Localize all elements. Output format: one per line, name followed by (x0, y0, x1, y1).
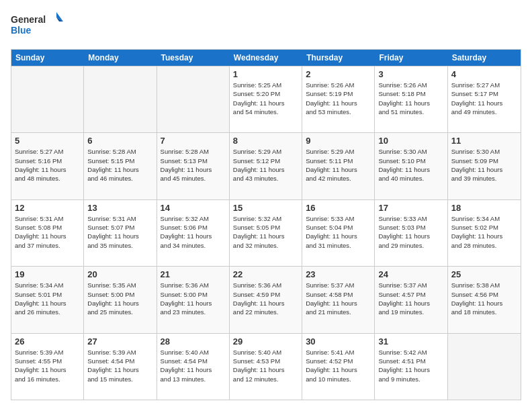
day-info: Sunrise: 5:30 AM Sunset: 5:09 PM Dayligh… (451, 147, 517, 183)
day-info: Sunrise: 5:34 AM Sunset: 5:01 PM Dayligh… (15, 281, 80, 316)
day-number: 25 (451, 269, 517, 279)
day-info: Sunrise: 5:25 AM Sunset: 5:20 PM Dayligh… (233, 81, 298, 116)
empty-cell (157, 66, 230, 132)
day-number: 5 (15, 136, 80, 146)
calendar: SundayMondayTuesdayWednesdayThursdayFrid… (11, 49, 521, 400)
day-info: Sunrise: 5:34 AM Sunset: 5:02 PM Dayligh… (451, 214, 517, 250)
weekday-header-thursday: Thursday (302, 50, 375, 66)
day-cell-24: 24Sunrise: 5:37 AM Sunset: 4:57 PM Dayli… (375, 267, 447, 332)
header: General Blue (11, 11, 521, 41)
day-number: 24 (378, 269, 443, 279)
day-info: Sunrise: 5:37 AM Sunset: 4:58 PM Dayligh… (306, 281, 371, 316)
calendar-row-4: 19Sunrise: 5:34 AM Sunset: 5:01 PM Dayli… (11, 266, 521, 332)
empty-cell (11, 66, 84, 132)
day-number: 8 (233, 136, 298, 146)
day-cell-17: 17Sunrise: 5:33 AM Sunset: 5:03 PM Dayli… (375, 200, 447, 266)
day-info: Sunrise: 5:27 AM Sunset: 5:17 PM Dayligh… (451, 81, 517, 116)
day-cell-25: 25Sunrise: 5:38 AM Sunset: 4:56 PM Dayli… (448, 267, 521, 332)
day-cell-19: 19Sunrise: 5:34 AM Sunset: 5:01 PM Dayli… (11, 267, 84, 332)
day-cell-28: 28Sunrise: 5:40 AM Sunset: 4:54 PM Dayli… (157, 334, 230, 400)
day-number: 30 (306, 336, 371, 347)
day-info: Sunrise: 5:33 AM Sunset: 5:03 PM Dayligh… (378, 214, 443, 250)
day-info: Sunrise: 5:42 AM Sunset: 4:51 PM Dayligh… (378, 348, 443, 383)
svg-text:Blue: Blue (11, 25, 32, 36)
day-number: 9 (306, 136, 371, 146)
day-number: 7 (161, 136, 226, 146)
day-cell-4: 4Sunrise: 5:27 AM Sunset: 5:17 PM Daylig… (448, 66, 521, 132)
day-number: 27 (87, 336, 152, 347)
day-info: Sunrise: 5:39 AM Sunset: 4:54 PM Dayligh… (87, 348, 152, 383)
day-info: Sunrise: 5:28 AM Sunset: 5:15 PM Dayligh… (87, 147, 152, 183)
svg-text:General: General (11, 14, 46, 25)
day-number: 23 (306, 269, 371, 279)
day-cell-12: 12Sunrise: 5:31 AM Sunset: 5:08 PM Dayli… (11, 200, 84, 266)
day-number: 2 (306, 69, 371, 79)
calendar-header: SundayMondayTuesdayWednesdayThursdayFrid… (11, 50, 521, 66)
weekday-header-wednesday: Wednesday (230, 50, 302, 66)
day-number: 15 (233, 203, 298, 213)
day-cell-22: 22Sunrise: 5:36 AM Sunset: 4:59 PM Dayli… (230, 267, 302, 332)
logo: General Blue (11, 11, 64, 41)
day-info: Sunrise: 5:32 AM Sunset: 5:05 PM Dayligh… (233, 214, 298, 250)
day-info: Sunrise: 5:27 AM Sunset: 5:16 PM Dayligh… (15, 147, 80, 183)
empty-cell (84, 66, 157, 132)
logo-svg: General Blue (11, 11, 64, 41)
weekday-header-sunday: Sunday (11, 50, 84, 66)
day-cell-30: 30Sunrise: 5:41 AM Sunset: 4:52 PM Dayli… (302, 334, 375, 400)
day-number: 12 (15, 203, 80, 213)
day-cell-18: 18Sunrise: 5:34 AM Sunset: 5:02 PM Dayli… (448, 200, 521, 266)
day-info: Sunrise: 5:30 AM Sunset: 5:10 PM Dayligh… (378, 147, 443, 183)
day-info: Sunrise: 5:36 AM Sunset: 5:00 PM Dayligh… (161, 281, 226, 316)
day-cell-27: 27Sunrise: 5:39 AM Sunset: 4:54 PM Dayli… (84, 334, 157, 400)
day-cell-3: 3Sunrise: 5:26 AM Sunset: 5:18 PM Daylig… (375, 66, 447, 132)
day-cell-29: 29Sunrise: 5:40 AM Sunset: 4:53 PM Dayli… (230, 334, 302, 400)
day-number: 4 (451, 69, 517, 79)
day-cell-2: 2Sunrise: 5:26 AM Sunset: 5:19 PM Daylig… (302, 66, 375, 132)
day-info: Sunrise: 5:38 AM Sunset: 4:56 PM Dayligh… (451, 281, 517, 316)
day-number: 6 (87, 136, 152, 146)
day-info: Sunrise: 5:36 AM Sunset: 4:59 PM Dayligh… (233, 281, 298, 316)
day-number: 3 (378, 69, 443, 79)
calendar-row-2: 5Sunrise: 5:27 AM Sunset: 5:16 PM Daylig… (11, 132, 521, 199)
day-info: Sunrise: 5:39 AM Sunset: 4:55 PM Dayligh… (15, 348, 80, 383)
day-number: 11 (451, 136, 517, 146)
day-cell-31: 31Sunrise: 5:42 AM Sunset: 4:51 PM Dayli… (375, 334, 447, 400)
day-info: Sunrise: 5:41 AM Sunset: 4:52 PM Dayligh… (306, 348, 371, 383)
day-info: Sunrise: 5:40 AM Sunset: 4:54 PM Dayligh… (161, 348, 226, 383)
day-info: Sunrise: 5:37 AM Sunset: 4:57 PM Dayligh… (378, 281, 443, 316)
day-cell-16: 16Sunrise: 5:33 AM Sunset: 5:04 PM Dayli… (302, 200, 375, 266)
day-info: Sunrise: 5:32 AM Sunset: 5:06 PM Dayligh… (161, 214, 226, 250)
day-number: 1 (233, 69, 298, 79)
day-cell-20: 20Sunrise: 5:35 AM Sunset: 5:00 PM Dayli… (84, 267, 157, 332)
calendar-row-5: 26Sunrise: 5:39 AM Sunset: 4:55 PM Dayli… (11, 333, 521, 400)
day-number: 21 (161, 269, 226, 279)
day-cell-10: 10Sunrise: 5:30 AM Sunset: 5:10 PM Dayli… (375, 133, 447, 199)
day-cell-13: 13Sunrise: 5:31 AM Sunset: 5:07 PM Dayli… (84, 200, 157, 266)
weekday-header-friday: Friday (375, 50, 447, 66)
day-info: Sunrise: 5:40 AM Sunset: 4:53 PM Dayligh… (233, 348, 298, 383)
day-number: 29 (233, 336, 298, 347)
day-number: 16 (306, 203, 371, 213)
day-info: Sunrise: 5:28 AM Sunset: 5:13 PM Dayligh… (161, 147, 226, 183)
day-cell-8: 8Sunrise: 5:29 AM Sunset: 5:12 PM Daylig… (230, 133, 302, 199)
day-number: 26 (15, 336, 80, 347)
day-number: 31 (378, 336, 443, 347)
day-cell-15: 15Sunrise: 5:32 AM Sunset: 5:05 PM Dayli… (230, 200, 302, 266)
day-cell-1: 1Sunrise: 5:25 AM Sunset: 5:20 PM Daylig… (230, 66, 302, 132)
calendar-body: 1Sunrise: 5:25 AM Sunset: 5:20 PM Daylig… (11, 66, 521, 400)
weekday-header-tuesday: Tuesday (157, 50, 230, 66)
weekday-header-saturday: Saturday (448, 50, 521, 66)
day-cell-5: 5Sunrise: 5:27 AM Sunset: 5:16 PM Daylig… (11, 133, 84, 199)
empty-cell (448, 334, 521, 400)
calendar-row-3: 12Sunrise: 5:31 AM Sunset: 5:08 PM Dayli… (11, 199, 521, 266)
day-number: 13 (87, 203, 152, 213)
day-info: Sunrise: 5:29 AM Sunset: 5:11 PM Dayligh… (306, 147, 371, 183)
day-info: Sunrise: 5:33 AM Sunset: 5:04 PM Dayligh… (306, 214, 371, 250)
day-cell-6: 6Sunrise: 5:28 AM Sunset: 5:15 PM Daylig… (84, 133, 157, 199)
weekday-header-monday: Monday (84, 50, 157, 66)
day-cell-9: 9Sunrise: 5:29 AM Sunset: 5:11 PM Daylig… (302, 133, 375, 199)
calendar-row-1: 1Sunrise: 5:25 AM Sunset: 5:20 PM Daylig… (11, 66, 521, 132)
day-number: 20 (87, 269, 152, 279)
day-number: 10 (378, 136, 443, 146)
day-number: 22 (233, 269, 298, 279)
